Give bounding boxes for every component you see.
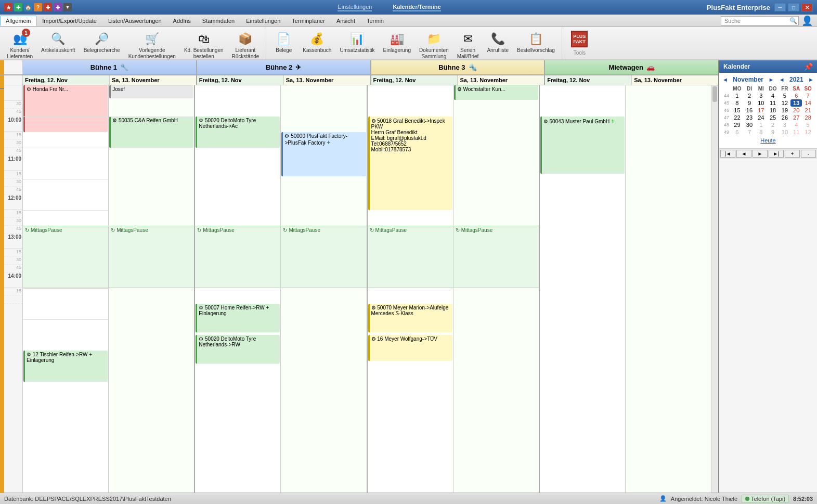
mini-cal-month[interactable]: November (733, 76, 763, 83)
cal-day-4b[interactable]: 4 (790, 121, 802, 128)
btn-beleg[interactable]: 🔎 Belegrecherche (80, 29, 124, 60)
btn-lieferant[interactable]: 📦 LieferantRückstände (228, 29, 263, 60)
prev-year-btn[interactable]: ◄ (779, 76, 785, 83)
cal-day-20[interactable]: 20 (790, 107, 802, 114)
btn-kassenbuch[interactable]: 💰 Kassenbuch (299, 29, 335, 60)
btn-plusfakt[interactable]: PLUSFAKT (565, 29, 594, 49)
maximize-button[interactable]: □ (788, 3, 799, 11)
cal-day-5b[interactable]: 5 (802, 121, 814, 128)
nav-first[interactable]: |◄ (720, 150, 735, 158)
cal-day-6b[interactable]: 6 (731, 128, 744, 136)
menu-terminplaner[interactable]: Terminplaner (286, 16, 331, 26)
cal-day-7[interactable]: 7 (802, 92, 814, 99)
btn-einlagerung[interactable]: 🏭 Einlagerung (380, 29, 414, 60)
cal-col-3[interactable]: ⚙ 50000 PlusFakt Factory->PlusFak Factor… (281, 85, 367, 493)
titlebar-tab-einstellungen[interactable]: Einstellungen (338, 4, 372, 11)
prev-month-btn[interactable]: ◄ (722, 76, 728, 83)
cal-day-11[interactable]: 11 (767, 99, 779, 107)
cal-day-1[interactable]: 1 (731, 92, 744, 99)
btn-artikel[interactable]: 🔍 Artikelauskunft (37, 29, 79, 60)
btn-serienmail[interactable]: ✉ SerienMail/Brief (453, 29, 483, 60)
cal-day-29[interactable]: 29 (731, 121, 744, 128)
cal-day-27[interactable]: 27 (790, 114, 802, 121)
cal-day-26[interactable]: 26 (779, 114, 790, 121)
appt-josef[interactable]: Josef (109, 85, 193, 98)
cal-day-30[interactable]: 30 (744, 121, 755, 128)
titlebar-tab-kalender[interactable]: Kalender/Termine (393, 4, 440, 11)
cal-day-24[interactable]: 24 (755, 114, 767, 121)
menu-listen[interactable]: Listen/Auswertungen (102, 16, 167, 26)
cal-day-21[interactable]: 21 (802, 107, 814, 114)
menu-ansicht[interactable]: Ansicht (331, 16, 361, 26)
cal-day-28[interactable]: 28 (802, 114, 814, 121)
cal-col-5[interactable]: ⚙ Wochstalter Kun... ↻ MittagsPause (453, 85, 540, 493)
appt-ca[interactable]: ⚙ 50035 C&A Reifen GmbH (109, 117, 193, 148)
appt-deltomoto-1[interactable]: ⚙ 50020 DeltoMoto Tyre Netherlands->Ac (196, 117, 280, 148)
menu-import[interactable]: Import/Export/Update (36, 16, 102, 26)
cal-col-6[interactable]: ⚙ 50043 Muster Paul GmbH + (540, 85, 626, 493)
btn-kunden[interactable]: 👥 1 Kunden/Lieferanten (3, 29, 36, 60)
btn-bestellvorschlag[interactable]: 📋 Bestellvorschlag (513, 29, 559, 60)
menu-stammdaten[interactable]: Stammdaten (197, 16, 240, 26)
cal-col-2[interactable]: ⚙ 50020 DeltoMoto Tyre Netherlands->Ac ↻… (195, 85, 281, 493)
appt-meyer-marion[interactable]: ⚙ 50070 Meyer Marion->Alufelge Mercedes … (368, 304, 452, 332)
cal-day-9b[interactable]: 9 (767, 128, 779, 136)
cal-day-2b[interactable]: 2 (767, 121, 779, 128)
appt-home-reifen[interactable]: ⚙ 50007 Home Reifen->RW + Einlagerung (196, 304, 280, 332)
cal-day-15[interactable]: 15 (731, 107, 744, 114)
menu-termin[interactable]: Termin (361, 16, 390, 26)
cal-day-10b[interactable]: 10 (779, 128, 790, 136)
cal-col-0[interactable]: ⚙ Honda Fre Nr... ↻ MittagsPause ⚙ 12 Ti… (23, 85, 109, 493)
appt-muster[interactable]: ⚙ 50043 Muster Paul GmbH + (540, 117, 625, 174)
appt-meyer-wolfgang[interactable]: ⚙ 16 Meyer Wolfgang->TÜV (368, 335, 452, 361)
cal-day-6[interactable]: 6 (790, 92, 802, 99)
cal-day-12b[interactable]: 12 (802, 128, 814, 136)
appt-deltomoto-2[interactable]: ⚙ 50020 DeltoMoto Tyre Netherlands->RW (196, 335, 280, 364)
btn-belege[interactable]: 📄 Belege (269, 29, 298, 60)
cal-day-12[interactable]: 12 (779, 99, 790, 107)
kalender-pin[interactable]: 📌 (804, 62, 813, 71)
menu-einstellungen[interactable]: Einstellungen (240, 16, 286, 26)
btn-dokumente[interactable]: 📁 DokumentenSammlung (416, 29, 452, 60)
btn-umsatz[interactable]: 📊 Umsatzstatistik (336, 29, 378, 60)
appt-honda[interactable]: ⚙ Honda Fre Nr... (23, 85, 108, 132)
cal-day-2[interactable]: 2 (744, 92, 755, 99)
btn-vorlegende[interactable]: 🛒 VorlegendeKundenbestellungen (125, 29, 179, 60)
cal-day-14[interactable]: 14 (802, 99, 814, 107)
cal-day-22[interactable]: 22 (731, 114, 744, 121)
cal-day-16[interactable]: 16 (744, 107, 755, 114)
cal-col-4[interactable]: ⚙ 50018 Graf Benedikt->Inspek PKW Herrn … (368, 85, 453, 493)
heute-button[interactable]: Heute (722, 136, 814, 145)
cal-day-25[interactable]: 25 (767, 114, 779, 121)
appt-wochstalter[interactable]: ⚙ Wochstalter Kun... (454, 85, 538, 100)
cal-day-19[interactable]: 19 (779, 107, 790, 114)
cal-day-1b[interactable]: 1 (755, 121, 767, 128)
nav-next[interactable]: ► (753, 150, 768, 158)
cal-col-1[interactable]: Josef ⚙ 50035 C&A Reifen GmbH ↻ MittagsP… (109, 85, 195, 493)
scrollbar-thumb[interactable] (712, 86, 717, 102)
scrollbar-vertical[interactable] (711, 85, 718, 493)
search-input[interactable] (721, 16, 799, 25)
cal-day-13[interactable]: 13 (790, 99, 802, 107)
appt-graf[interactable]: ⚙ 50018 Graf Benedikt->Inspek PKW Herrn … (368, 117, 452, 210)
cal-day-5[interactable]: 5 (779, 92, 790, 99)
cal-day-3[interactable]: 3 (755, 92, 767, 99)
cal-day-3b[interactable]: 3 (779, 121, 790, 128)
nav-minus[interactable]: - (801, 150, 816, 158)
nav-prev[interactable]: ◄ (736, 150, 751, 158)
cal-day-23[interactable]: 23 (744, 114, 755, 121)
next-month-btn[interactable]: ► (768, 76, 774, 83)
minimize-button[interactable]: ─ (774, 3, 786, 11)
mini-cal-year[interactable]: 2021 (789, 76, 803, 83)
cal-day-8[interactable]: 8 (731, 99, 744, 107)
appt-plusfakt[interactable]: ⚙ 50000 PlusFakt Factory->PlusFak Factor… (281, 132, 366, 176)
nav-add[interactable]: + (785, 150, 800, 158)
menu-addins[interactable]: AddIns (167, 16, 197, 26)
cal-day-11b[interactable]: 11 (790, 128, 802, 136)
cal-day-8b[interactable]: 8 (755, 128, 767, 136)
menu-allgemein[interactable]: Allgemein (0, 16, 36, 26)
cal-day-4[interactable]: 4 (767, 92, 779, 99)
cal-day-10[interactable]: 10 (755, 99, 767, 107)
nav-last[interactable]: ►| (769, 150, 784, 158)
btn-kd-bestellen[interactable]: 🛍 Kd. Bestellungenbestellen (180, 29, 227, 60)
